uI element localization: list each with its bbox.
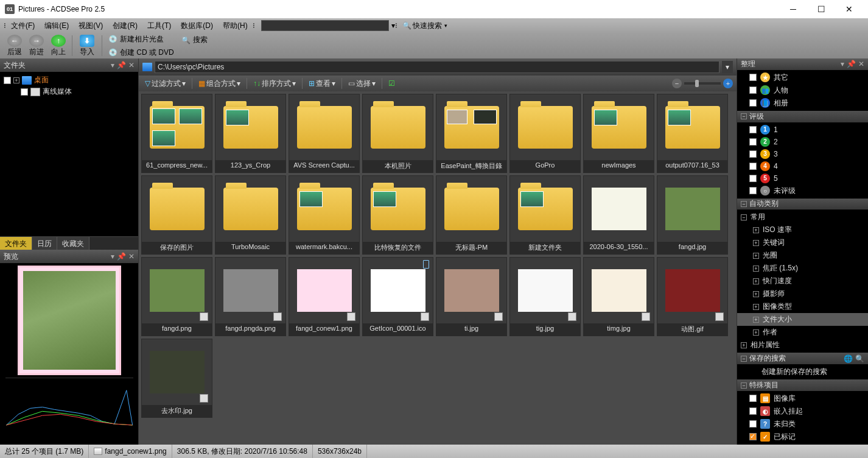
forward-button[interactable]: →前进 [26, 35, 47, 57]
thumbnail-item[interactable]: ti.jpg [436, 257, 507, 336]
thumbnail-item[interactable]: GoPro [509, 94, 581, 173]
cat-people[interactable]: 人物 [774, 85, 788, 96]
checkbox[interactable] [4, 77, 11, 84]
rating-header[interactable]: −评级 [737, 111, 868, 122]
ac-photographer[interactable]: 摄影师 [763, 289, 785, 299]
expand-icon[interactable]: + [13, 77, 19, 83]
panel-menu-icon[interactable]: ▾ [111, 252, 114, 261]
rating-2[interactable]: 2 [774, 138, 778, 146]
close-button[interactable]: ✕ [835, 0, 863, 18]
quicksearch-combo[interactable] [261, 20, 389, 31]
checkbox[interactable] [749, 175, 757, 182]
expand-icon[interactable]: + [741, 342, 747, 348]
globe-icon[interactable]: 🌐 [844, 354, 853, 363]
maximize-button[interactable]: ☐ [807, 0, 835, 18]
ac-aperture[interactable]: 光圈 [763, 250, 777, 261]
expand-icon[interactable]: + [753, 278, 759, 284]
expand-icon[interactable]: + [753, 304, 759, 310]
zoom-out-button[interactable]: − [672, 79, 682, 88]
cat-album[interactable]: 相册 [774, 98, 788, 108]
thumbnail-item[interactable]: fangd.jpg [657, 175, 728, 255]
checkbox[interactable] [749, 150, 757, 158]
zoom-slider[interactable] [684, 82, 721, 85]
ac-keyword[interactable]: 关键词 [763, 238, 785, 248]
path-input[interactable] [155, 61, 719, 73]
search-button[interactable]: 🔍搜索 [178, 33, 211, 46]
checkbox[interactable] [749, 74, 757, 81]
thumbnail-item[interactable]: 123_ys_Crop [215, 94, 286, 173]
rating-1[interactable]: 1 [774, 125, 778, 134]
ac-shutter[interactable]: 快门速度 [763, 276, 792, 286]
checkbox[interactable] [749, 138, 757, 146]
rating-unrated[interactable]: 未评级 [774, 186, 796, 196]
autocat-header[interactable]: −自动类别 [737, 199, 868, 210]
panel-menu-icon[interactable]: ▾ [841, 60, 844, 68]
thumbnail-item[interactable]: 去水印.jpg [141, 339, 212, 418]
sort-button[interactable]: ↑↓排序方式 ▾ [251, 77, 298, 90]
ac-author[interactable]: 作者 [763, 327, 777, 337]
special-header[interactable]: −特殊项目 [737, 379, 868, 391]
collapse-icon[interactable]: − [741, 214, 747, 220]
check-button[interactable]: ☑ [386, 78, 397, 89]
thumbnail-item[interactable]: 新建文件夹 [509, 175, 581, 255]
tab-folders[interactable]: 文件夹 [0, 237, 32, 250]
pin-icon[interactable]: 📌 [117, 252, 126, 261]
checkbox[interactable] [749, 395, 757, 402]
thumbnail-item[interactable]: 动图.gif [657, 257, 728, 336]
thumbnail-item[interactable]: 无标题-PM [436, 175, 507, 255]
thumbnail-item[interactable]: output0707.16_53 [657, 94, 728, 173]
checkbox[interactable] [749, 99, 757, 107]
tree-desktop[interactable]: 桌面 [34, 75, 49, 85]
minimize-button[interactable]: ─ [779, 0, 807, 18]
menu-view[interactable]: 视图(V) [74, 19, 108, 32]
search-icon[interactable]: 🔍 [855, 354, 864, 363]
thumbnail-item[interactable]: fangd.png [141, 257, 212, 336]
create-cd-button[interactable]: 💿创建 CD 或 DVD [105, 46, 178, 59]
back-button[interactable]: ←后退 [4, 35, 26, 57]
thumbnail-item[interactable]: tig.jpg [509, 257, 581, 336]
thumbnail-item[interactable]: GetIcon_00001.ico [362, 257, 433, 336]
expand-icon[interactable]: + [753, 291, 759, 297]
checkbox[interactable] [749, 163, 757, 170]
thumbnail-item[interactable]: 比特恢复的文件 [362, 175, 433, 255]
expand-icon[interactable]: + [753, 227, 759, 233]
panel-menu-icon[interactable]: ▾ [111, 61, 114, 69]
thumbnail-item[interactable]: EasePaint_轉換目錄 [436, 94, 507, 173]
rating-3[interactable]: 3 [774, 150, 778, 158]
expand-icon[interactable]: + [753, 240, 759, 246]
checkbox[interactable] [21, 88, 28, 96]
expand-icon[interactable]: + [753, 317, 759, 323]
view-button[interactable]: ⊞查看 ▾ [306, 77, 338, 90]
zoom-in-button[interactable]: + [723, 79, 733, 88]
checkbox[interactable] [749, 420, 757, 428]
sp-imglib[interactable]: 图像库 [774, 393, 796, 404]
thumbnail-item[interactable]: timg.jpg [583, 257, 654, 336]
new-disc-button[interactable]: 💿新建相片光盘 [105, 33, 178, 46]
rating-5[interactable]: 5 [774, 174, 778, 183]
group-button[interactable]: ▦组合方式 ▾ [196, 77, 243, 90]
panel-close-icon[interactable]: ✕ [128, 252, 135, 261]
sp-tagged[interactable]: 已标记 [774, 432, 796, 442]
checkbox[interactable] [749, 126, 757, 133]
tab-calendar[interactable]: 日历 [32, 237, 57, 250]
checkbox[interactable] [749, 187, 757, 194]
path-dropdown[interactable]: ▾ [722, 61, 733, 73]
panel-close-icon[interactable]: ✕ [128, 61, 135, 69]
ac-filesize[interactable]: 文件大小 [763, 314, 792, 325]
expand-icon[interactable]: + [753, 329, 759, 336]
ac-focal[interactable]: 焦距 (1.5x) [763, 263, 798, 273]
pin-icon[interactable]: 📌 [117, 61, 126, 69]
quicksearch-button[interactable]: 🔍 快速搜索 ▾ [402, 21, 447, 31]
ac-fileattr[interactable]: 相片属性 [751, 340, 780, 350]
select-button[interactable]: ▭选择 ▾ [346, 77, 378, 90]
tab-favorites[interactable]: 收藏夹 [57, 237, 89, 250]
thumbnail-item[interactable]: AVS Screen Captu... [289, 94, 360, 173]
panel-close-icon[interactable]: ✕ [858, 60, 864, 68]
thumbnail-item[interactable]: TurboMosaic [215, 175, 286, 255]
sp-uncat[interactable]: 未归类 [774, 419, 796, 429]
thumbnail-item[interactable]: 2020-06-30_1550... [583, 175, 654, 255]
thumbnail-item[interactable]: fangd.pngda.png [215, 257, 286, 336]
checkbox[interactable] [749, 433, 757, 440]
ac-iso[interactable]: ISO 速率 [763, 225, 792, 235]
thumbnail-item[interactable]: 61_compress_new... [141, 94, 212, 173]
